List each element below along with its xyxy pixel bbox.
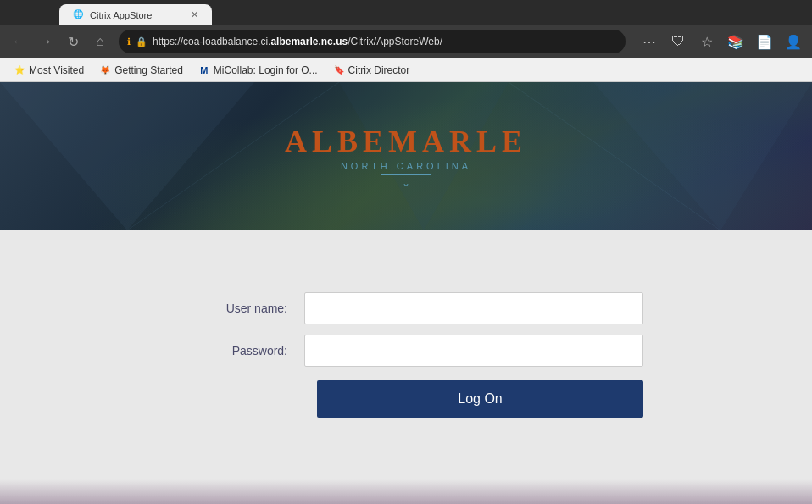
address-prefix: https://coa-loadbalance.ci.: [153, 36, 270, 47]
password-label: Password:: [169, 344, 304, 357]
username-input[interactable]: [304, 292, 643, 324]
login-area: User name: Password: Log On: [0, 230, 812, 479]
bookmark-micollab[interactable]: M MiCollab: Login for O...: [192, 61, 325, 80]
more-options-button[interactable]: ⋯: [637, 30, 661, 53]
hero-banner: ALBEMARLE NORTH CAROLINA ⌄: [0, 82, 812, 230]
bookmarks-bar: ⭐ Most Visited 🦊 Getting Started M MiCol…: [0, 58, 812, 82]
tab-favicon: 🌐: [73, 9, 85, 21]
svg-marker-1: [593, 82, 812, 230]
home-button[interactable]: ⌂: [88, 30, 112, 53]
pocket-button[interactable]: 🛡: [666, 30, 690, 53]
bookmark-icon: 🔖: [333, 64, 345, 76]
library-button[interactable]: 📚: [724, 30, 748, 53]
firefox-icon: 🦊: [99, 64, 111, 76]
bookmark-citrix-director[interactable]: 🔖 Citrix Director: [326, 61, 417, 80]
hero-logo: ALBEMARLE NORTH CAROLINA ⌄: [285, 124, 527, 189]
password-row: Password:: [169, 335, 643, 367]
svg-marker-0: [0, 82, 254, 230]
bookmark-most-visited[interactable]: ⭐ Most Visited: [7, 61, 91, 80]
logo-arrow: ⌄: [285, 177, 527, 189]
username-row: User name:: [169, 292, 643, 324]
bookmark-label: Citrix Director: [348, 64, 410, 76]
logo-sub-text: NORTH CAROLINA: [285, 161, 527, 171]
star-icon: ⭐: [14, 64, 25, 76]
info-icon: ℹ: [127, 36, 131, 47]
logo-divider: [381, 174, 431, 175]
address-bar[interactable]: ℹ 🔒 https://coa-loadbalance.ci.albemarle…: [119, 30, 626, 53]
footer-gradient: [0, 479, 812, 504]
login-form: User name: Password: Log On: [169, 292, 643, 418]
address-domain: albemarle.nc.us: [270, 36, 348, 47]
lock-icon: 🔒: [136, 36, 147, 47]
bookmark-label: Most Visited: [29, 64, 84, 76]
address-suffix: /Citrix/AppStoreWeb/: [348, 36, 442, 47]
address-text: https://coa-loadbalance.ci.albemarle.nc.…: [153, 36, 617, 47]
reader-button[interactable]: 📄: [753, 30, 776, 53]
tab-close-button[interactable]: ✕: [191, 9, 198, 20]
account-button[interactable]: 👤: [781, 30, 805, 53]
content-area: ALBEMARLE NORTH CAROLINA ⌄ User name: Pa…: [0, 82, 812, 504]
bookmark-label: MiCollab: Login for O...: [214, 64, 318, 76]
logo-main-text: ALBEMARLE: [285, 124, 527, 159]
logon-button-row: Log On: [169, 380, 643, 418]
toolbar-icons: ⋯ 🛡 ☆ 📚 📄 👤: [637, 30, 805, 53]
refresh-button[interactable]: ↻: [61, 30, 85, 53]
logon-button[interactable]: Log On: [317, 380, 643, 418]
back-button[interactable]: ←: [7, 30, 31, 53]
password-input[interactable]: [304, 335, 643, 367]
forward-button[interactable]: →: [34, 30, 58, 53]
active-tab[interactable]: 🌐 Citrix AppStore ✕: [59, 4, 212, 25]
bookmark-label: Getting Started: [114, 64, 183, 76]
navigation-bar: ← → ↻ ⌂ ℹ 🔒 https://coa-loadbalance.ci.a…: [0, 25, 812, 58]
bookmark-button[interactable]: ☆: [695, 30, 719, 53]
bookmark-getting-started[interactable]: 🦊 Getting Started: [92, 61, 190, 80]
micollab-icon: M: [198, 64, 210, 76]
username-label: User name:: [169, 302, 304, 315]
tab-title: Citrix AppStore: [90, 10, 186, 20]
